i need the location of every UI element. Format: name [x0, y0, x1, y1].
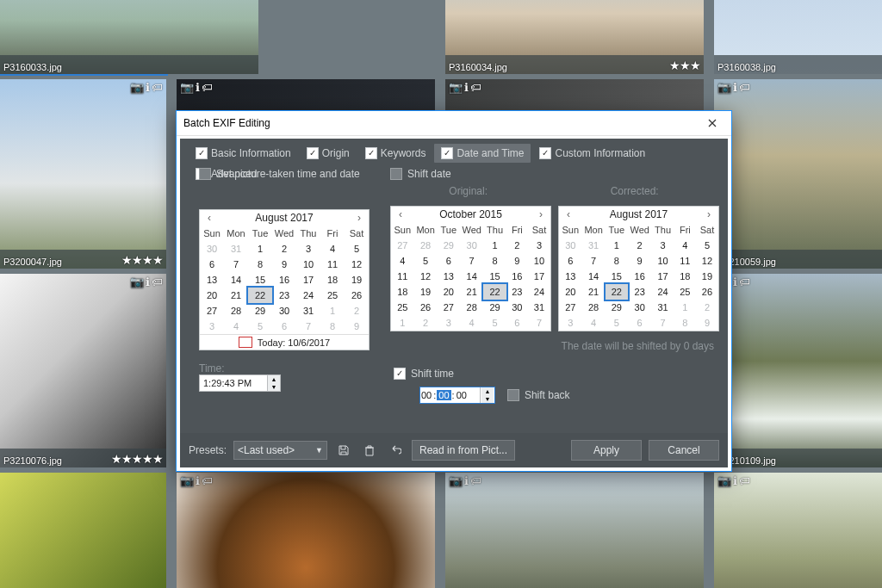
cal-day[interactable]: 25 [391, 300, 414, 315]
cal-day[interactable]: 11 [320, 257, 345, 272]
cal-day[interactable]: 8 [674, 315, 696, 331]
cal-day[interactable]: 6 [506, 315, 528, 331]
cal-day[interactable]: 29 [248, 303, 272, 319]
cal-day[interactable]: 13 [438, 269, 460, 284]
cal-day[interactable]: 7 [224, 257, 248, 272]
cal-day[interactable]: 24 [651, 284, 674, 300]
cal-day[interactable]: 4 [460, 315, 483, 331]
time-input[interactable]: ▲▼ [199, 374, 281, 392]
cal-day[interactable]: 16 [506, 269, 528, 284]
cal-day[interactable]: 18 [320, 272, 345, 288]
cal-day[interactable]: 23 [272, 288, 296, 303]
cal-day[interactable]: 10 [528, 253, 550, 269]
cal-day[interactable]: 6 [628, 315, 651, 331]
cal-day[interactable]: 21 [224, 288, 248, 303]
cal-day[interactable]: 2 [628, 238, 651, 253]
checkbox-icon[interactable] [390, 168, 402, 180]
thumb[interactable]: 📷ℹ🏷 [714, 473, 882, 588]
cal-day[interactable]: 17 [296, 272, 320, 288]
cal-day[interactable]: 31 [224, 241, 248, 257]
thumb[interactable]: 📷ℹ🏷 P3200047.jpg ★★★★ [0, 79, 166, 269]
cal-day[interactable]: 3 [559, 315, 582, 331]
tab-origin[interactable]: Origin [300, 144, 357, 163]
cal-day[interactable]: 28 [460, 300, 483, 315]
shift-spinner[interactable]: ▲▼ [480, 387, 494, 403]
thumb[interactable]: 📷ℹ🏷 P3210109.jpg [714, 274, 882, 467]
cal-day[interactable]: 24 [296, 288, 320, 303]
tab-checkbox[interactable] [196, 147, 208, 159]
cal-day[interactable]: 29 [606, 300, 628, 315]
shift-time-input[interactable]: 00:00:00 ▲▼ [419, 387, 495, 404]
cal-day[interactable]: 26 [696, 284, 718, 300]
undo-icon[interactable] [386, 442, 405, 459]
cal-day[interactable]: 3 [528, 238, 550, 253]
spin-up-icon[interactable]: ▲ [481, 387, 494, 395]
thumb[interactable]: P3160033.jpg [0, 0, 258, 74]
cal-day[interactable]: 25 [320, 288, 345, 303]
cal-day[interactable]: 22 [606, 284, 628, 300]
checkbox-icon[interactable] [507, 389, 519, 401]
cal-day[interactable]: 10 [296, 257, 320, 272]
cal-prev-icon[interactable]: ‹ [394, 208, 407, 220]
cal-day[interactable]: 9 [272, 257, 296, 272]
thumb[interactable]: P3160034.jpg ★★★ [445, 0, 704, 74]
cal-day[interactable]: 3 [438, 315, 460, 331]
cal-day[interactable]: 23 [628, 284, 651, 300]
cal-day[interactable]: 6 [438, 253, 460, 269]
cal-day[interactable]: 28 [414, 238, 438, 253]
read-in-button[interactable]: Read in from Pict... [412, 440, 515, 461]
cal-next-icon[interactable]: › [703, 208, 715, 220]
cal-day[interactable]: 17 [651, 269, 674, 284]
shift-back-toggle[interactable]: Shift back [507, 389, 570, 401]
cal-day[interactable]: 31 [651, 300, 674, 315]
cal-day[interactable]: 14 [582, 269, 606, 284]
cal-day[interactable]: 30 [200, 241, 224, 257]
cal-day[interactable]: 16 [628, 269, 651, 284]
cal-day[interactable]: 22 [483, 284, 506, 300]
spin-up-icon[interactable]: ▲ [268, 375, 280, 383]
cal-day[interactable]: 28 [582, 300, 606, 315]
cal-day[interactable]: 12 [414, 269, 438, 284]
cal-day[interactable]: 9 [345, 319, 369, 334]
cal-day[interactable]: 5 [606, 315, 628, 331]
delete-preset-button[interactable] [360, 442, 379, 459]
cal-day[interactable]: 15 [248, 272, 272, 288]
cal-day[interactable]: 27 [559, 300, 582, 315]
cal-day[interactable]: 6 [559, 253, 582, 269]
cal-day[interactable]: 5 [483, 315, 506, 331]
cal-day[interactable]: 4 [674, 238, 696, 253]
thumb[interactable]: 📷ℹ🏷 P3210076.jpg ★★★★★ [0, 274, 166, 467]
spin-down-icon[interactable]: ▼ [268, 383, 280, 391]
cal-day[interactable]: 3 [296, 241, 320, 257]
cal-day[interactable]: 14 [224, 272, 248, 288]
cal-day[interactable]: 30 [460, 238, 483, 253]
cal-day[interactable]: 13 [559, 269, 582, 284]
cal-day[interactable]: 30 [559, 238, 582, 253]
calendar-set-date[interactable]: ‹August 2017›SunMonTueWedThuFriSat303112… [199, 209, 370, 350]
cal-day[interactable]: 12 [696, 253, 718, 269]
apply-button[interactable]: Apply [571, 440, 642, 461]
calendar-corrected[interactable]: ‹August 2017›SunMonTueWedThuFriSat303112… [558, 206, 719, 331]
tab-custom[interactable]: Custom Information [532, 144, 652, 163]
cal-day[interactable]: 27 [391, 238, 414, 253]
cal-day[interactable]: 18 [391, 284, 414, 300]
cal-day[interactable]: 15 [606, 269, 628, 284]
cal-day[interactable]: 7 [296, 319, 320, 334]
thumb[interactable]: 📷ℹ🏷 [445, 473, 704, 588]
time-value[interactable] [200, 378, 267, 388]
cal-day[interactable]: 2 [506, 238, 528, 253]
thumb[interactable] [0, 473, 166, 588]
cal-day[interactable]: 8 [606, 253, 628, 269]
tab-checkbox[interactable] [441, 147, 453, 159]
cal-day[interactable]: 9 [506, 253, 528, 269]
cal-day[interactable]: 7 [582, 253, 606, 269]
save-preset-button[interactable] [334, 442, 353, 459]
presets-select[interactable]: <Last used>▼ [233, 441, 327, 460]
cal-next-icon[interactable]: › [535, 208, 547, 220]
cal-day[interactable]: 2 [414, 315, 438, 331]
cal-day[interactable]: 22 [248, 288, 272, 303]
set-datetime-toggle[interactable]: Set picture-taken time and date [199, 168, 370, 180]
cal-day[interactable]: 8 [320, 319, 345, 334]
tab-keywords[interactable]: Keywords [358, 144, 433, 163]
cal-day[interactable]: 5 [345, 241, 369, 257]
